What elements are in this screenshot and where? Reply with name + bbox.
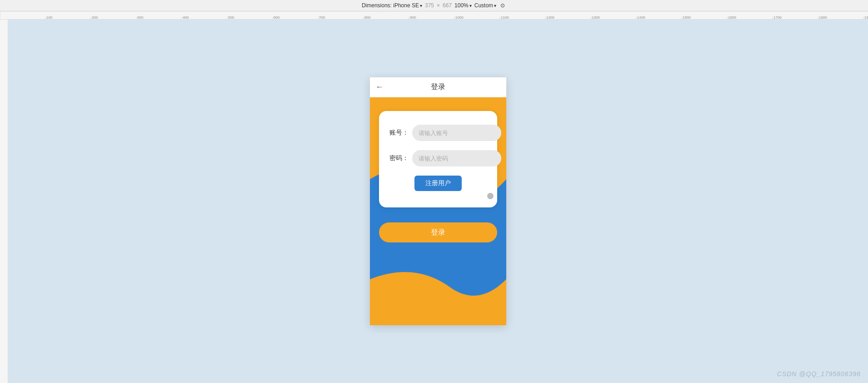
register-button[interactable]: 注册用户: [414, 176, 462, 191]
svg-text:600: 600: [274, 15, 280, 19]
svg-text:800: 800: [364, 15, 371, 19]
svg-text:1800: 1800: [819, 15, 827, 19]
svg-text:1300: 1300: [592, 15, 600, 19]
page-title: 登录: [431, 82, 445, 92]
height-value: 667: [443, 2, 452, 9]
x-separator: ×: [437, 2, 440, 9]
account-input[interactable]: [412, 125, 501, 141]
ruler-horizontal: 100 200 300 400 500 600 700 800 900 1000…: [0, 11, 868, 20]
phone-navbar: ← 登录: [370, 77, 506, 97]
svg-text:1600: 1600: [728, 15, 736, 19]
svg-text:300: 300: [137, 15, 144, 19]
toolbar-center: Dimensions: iPhone SE 375 × 667 100% Cus…: [362, 2, 506, 9]
toolbar: Dimensions: iPhone SE 375 × 667 100% Cus…: [0, 0, 868, 11]
password-input[interactable]: [412, 150, 501, 166]
svg-text:500: 500: [228, 15, 234, 19]
login-button[interactable]: 登录: [379, 222, 497, 242]
watermark: CSDN @QQ_1795806396: [777, 370, 861, 378]
inspect-icon[interactable]: ⊙: [499, 2, 506, 9]
svg-text:1900: 1900: [864, 15, 868, 19]
password-label: 密码：: [388, 154, 409, 162]
phone-content: 账号： 密码： 注册用户 登录: [370, 97, 506, 325]
login-button-wrap: 登录: [379, 222, 497, 242]
svg-text:1000: 1000: [455, 15, 464, 19]
svg-text:400: 400: [183, 15, 189, 19]
svg-text:100: 100: [46, 15, 53, 19]
device-selector[interactable]: Dimensions: iPhone SE: [362, 2, 422, 9]
svg-text:1400: 1400: [637, 15, 645, 19]
login-card: 账号： 密码： 注册用户: [379, 111, 497, 207]
preset-selector[interactable]: Custom: [474, 2, 496, 9]
ruler-vertical: [0, 20, 8, 383]
zoom-selector[interactable]: 100%: [454, 2, 472, 9]
canvas-area: ← 登录 账号： 密码：: [8, 20, 868, 383]
svg-rect-0: [0, 11, 868, 19]
svg-text:1200: 1200: [546, 15, 554, 19]
account-row: 账号：: [388, 125, 488, 141]
account-label: 账号：: [388, 129, 409, 137]
phone-frame: ← 登录 账号： 密码：: [370, 77, 506, 325]
ruler-h-svg: 100 200 300 400 500 600 700 800 900 1000…: [0, 11, 868, 19]
svg-text:1500: 1500: [683, 15, 691, 19]
password-row: 密码：: [388, 150, 488, 166]
svg-text:1100: 1100: [501, 15, 509, 19]
back-button[interactable]: ←: [375, 82, 384, 92]
svg-text:200: 200: [92, 15, 98, 19]
svg-text:700: 700: [319, 15, 325, 19]
scroll-indicator: [487, 193, 494, 199]
svg-text:900: 900: [410, 15, 416, 19]
dimension-separator: 375: [425, 2, 434, 9]
svg-text:1700: 1700: [773, 15, 782, 19]
